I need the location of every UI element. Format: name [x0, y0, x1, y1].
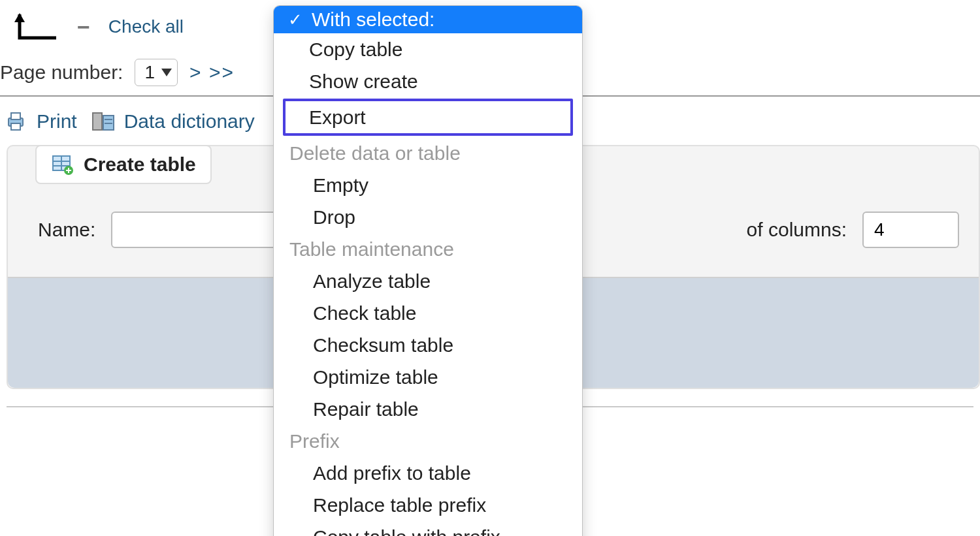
menu-copy-prefix[interactable]: Copy table with prefix — [274, 521, 582, 536]
svg-rect-3 — [93, 113, 102, 130]
menu-optimize-table[interactable]: Optimize table — [274, 361, 582, 393]
columns-input[interactable] — [862, 212, 959, 248]
check-all-link[interactable]: Check all — [108, 16, 184, 37]
check-icon: ✓ — [288, 10, 302, 30]
create-table-tab: Create table — [35, 145, 212, 184]
create-table-title: Create table — [84, 153, 196, 176]
with-selected-dropdown[interactable]: ✓ With selected: Copy table Show create … — [273, 5, 583, 536]
menu-add-prefix[interactable]: Add prefix to table — [274, 457, 582, 489]
menu-drop[interactable]: Drop — [274, 201, 582, 233]
new-table-icon — [51, 153, 74, 176]
menu-maint-header: Table maintenance — [274, 233, 582, 265]
menu-show-create[interactable]: Show create — [274, 65, 582, 97]
menu-repair-table[interactable]: Repair table — [274, 393, 582, 425]
menu-replace-prefix[interactable]: Replace table prefix — [274, 489, 582, 521]
menu-export[interactable]: Export — [283, 99, 573, 136]
menu-prefix-header: Prefix — [274, 425, 582, 457]
menu-empty[interactable]: Empty — [274, 169, 582, 201]
menu-copy-table[interactable]: Copy table — [274, 33, 582, 65]
chevron-down-icon — [161, 69, 172, 76]
printer-icon — [4, 110, 27, 133]
svg-rect-1 — [11, 113, 20, 119]
print-link[interactable]: Print — [37, 110, 77, 133]
name-label: Name: — [38, 219, 95, 241]
svg-rect-2 — [11, 123, 20, 130]
dropdown-title: ✓ With selected: — [274, 6, 582, 33]
corner-arrow-icon — [10, 12, 56, 42]
menu-checksum-table[interactable]: Checksum table — [274, 329, 582, 361]
uncheck-all-icon[interactable]: − — [77, 16, 90, 38]
columns-label: of columns: — [747, 219, 847, 241]
page-number-value: 1 — [144, 62, 155, 83]
page-next-arrows[interactable]: > >> — [189, 61, 235, 84]
page-number-label: Page number: — [0, 61, 123, 84]
menu-delete-header: Delete data or table — [274, 137, 582, 169]
page-number-select[interactable]: 1 — [135, 59, 178, 86]
data-dictionary-link[interactable]: Data dictionary — [124, 110, 255, 133]
menu-check-table[interactable]: Check table — [274, 297, 582, 329]
data-dictionary-icon — [91, 110, 115, 133]
dropdown-title-text: With selected: — [312, 8, 434, 31]
menu-analyze-table[interactable]: Analyze table — [274, 265, 582, 297]
